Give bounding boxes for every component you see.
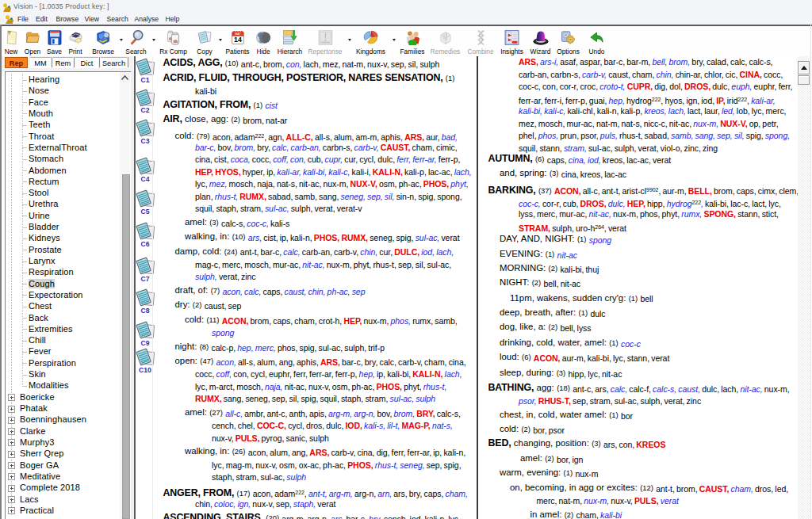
svg-text:MAY: MAY xyxy=(235,32,241,36)
svg-text:14: 14 xyxy=(234,36,242,44)
